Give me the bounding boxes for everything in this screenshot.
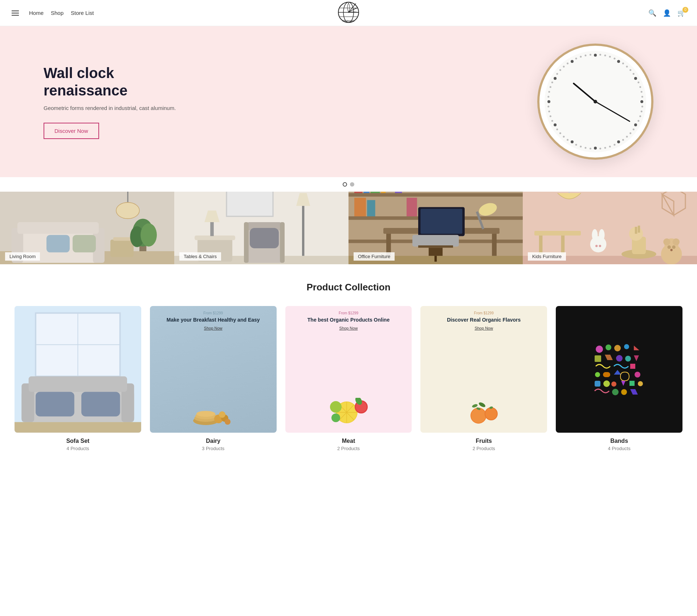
product-card-sofa[interactable]: Sofa Set 4 Products [15, 306, 141, 451]
slide-dot-1[interactable] [343, 182, 347, 187]
product-sofa-count: 4 Products [15, 446, 141, 451]
svg-point-14 [629, 69, 631, 71]
svg-point-35 [599, 148, 601, 150]
category-kids-furniture[interactable]: Kids Furniture [523, 192, 697, 264]
svg-point-188 [596, 346, 603, 353]
svg-point-7 [599, 54, 601, 56]
svg-point-148 [670, 249, 672, 251]
svg-point-167 [225, 419, 231, 425]
category-living-room[interactable]: Living Room [0, 192, 174, 264]
product-dairy-count: 3 Products [150, 446, 277, 451]
product-bands-count: 4 Products [556, 446, 682, 451]
meat-from-text: From $1299 [290, 311, 407, 315]
hero-section: Wall clock renaissance Geometric forms r… [0, 26, 697, 177]
svg-point-163 [196, 411, 215, 417]
svg-point-10 [614, 58, 615, 60]
cart-count: 0 [682, 7, 688, 13]
svg-point-45 [556, 128, 558, 130]
product-dairy-name: Dairy [150, 438, 277, 444]
svg-point-17 [637, 82, 639, 83]
svg-point-32 [614, 144, 615, 146]
clock-decoration [537, 44, 653, 160]
svg-rect-199 [595, 381, 600, 387]
svg-point-144 [663, 238, 670, 245]
category-office-furniture[interactable]: Office Furniture [348, 192, 523, 264]
svg-point-44 [559, 132, 561, 134]
account-button[interactable]: 👤 [663, 9, 671, 17]
site-logo[interactable]: Morikppde [337, 1, 360, 25]
svg-point-56 [554, 77, 557, 80]
svg-point-50 [547, 106, 549, 107]
meat-shop-now[interactable]: Shop Now [290, 326, 407, 330]
svg-point-40 [575, 144, 577, 146]
svg-rect-158 [81, 392, 120, 416]
nav-store-list[interactable]: Store List [71, 10, 94, 16]
svg-point-200 [603, 380, 610, 387]
svg-rect-109 [407, 198, 417, 216]
product-card-bands[interactable]: Bands 4 Products [556, 306, 682, 451]
svg-rect-87 [244, 222, 249, 263]
hero-cta-button[interactable]: Discover Now [44, 123, 99, 139]
svg-rect-122 [435, 256, 437, 262]
svg-point-46 [554, 123, 557, 126]
category-tables-chairs[interactable]: Tables & Chairs [174, 192, 348, 264]
svg-rect-89 [250, 228, 279, 248]
svg-rect-117 [412, 235, 459, 246]
cart-button[interactable]: 🛒 0 [677, 9, 685, 17]
svg-rect-104 [371, 192, 380, 193]
svg-point-147 [672, 245, 676, 249]
svg-rect-129 [534, 231, 581, 236]
svg-rect-72 [46, 235, 70, 252]
svg-rect-108 [367, 200, 375, 216]
svg-rect-71 [17, 222, 99, 234]
product-card-fruits[interactable]: From $1299 Discover Real Organic Flavors… [420, 306, 547, 451]
svg-point-13 [626, 66, 628, 68]
svg-rect-157 [36, 392, 74, 416]
nav-shop[interactable]: Shop [51, 10, 64, 16]
header-actions: 🔍 👤 🛒 0 [648, 9, 685, 17]
svg-point-24 [639, 115, 641, 117]
svg-point-203 [638, 381, 643, 386]
svg-rect-194 [625, 356, 631, 362]
svg-point-180 [471, 408, 486, 423]
svg-point-23 [641, 111, 643, 113]
search-button[interactable]: 🔍 [648, 9, 656, 17]
nav-home[interactable]: Home [29, 10, 44, 16]
dairy-shop-now[interactable]: Shop Now [155, 326, 272, 330]
svg-point-6 [594, 54, 597, 57]
svg-rect-201 [611, 382, 616, 387]
svg-point-177 [330, 401, 342, 413]
category-label-tables-chairs: Tables & Chairs [179, 252, 221, 261]
hero-title: Wall clock renaissance [44, 64, 196, 99]
svg-point-52 [547, 96, 549, 98]
svg-point-205 [621, 389, 627, 395]
svg-point-22 [641, 106, 643, 107]
product-card-dairy[interactable]: From $1299 Make your Breakfast Healthy a… [150, 306, 277, 451]
hero-content: Wall clock renaissance Geometric forms r… [44, 64, 196, 139]
svg-rect-75 [113, 237, 131, 241]
product-card-meat[interactable]: From $1299 The best Organic Products Onl… [285, 306, 412, 451]
svg-point-19 [641, 91, 643, 93]
svg-point-64 [584, 54, 586, 56]
svg-point-33 [609, 146, 611, 147]
main-nav: Home Shop Store List [29, 10, 94, 16]
svg-point-27 [633, 128, 635, 130]
svg-point-190 [614, 345, 621, 351]
hamburger-menu[interactable] [12, 11, 19, 16]
svg-point-42 [567, 139, 568, 141]
product-bands-name: Bands [556, 438, 682, 444]
svg-rect-84 [227, 192, 273, 216]
svg-point-31 [617, 140, 620, 143]
svg-rect-192 [595, 355, 601, 362]
fruits-shop-now[interactable]: Shop Now [425, 326, 542, 330]
svg-point-54 [550, 86, 551, 88]
slide-dot-2[interactable] [350, 182, 354, 187]
header: Home Shop Store List Morikppde 🔍 👤 🛒 [0, 0, 697, 26]
svg-point-61 [571, 60, 574, 63]
svg-rect-114 [420, 209, 462, 234]
category-label-kids: Kids Furniture [528, 252, 566, 261]
svg-point-8 [604, 54, 606, 56]
svg-rect-74 [110, 240, 134, 257]
svg-point-18 [639, 86, 641, 88]
svg-rect-130 [539, 236, 543, 254]
